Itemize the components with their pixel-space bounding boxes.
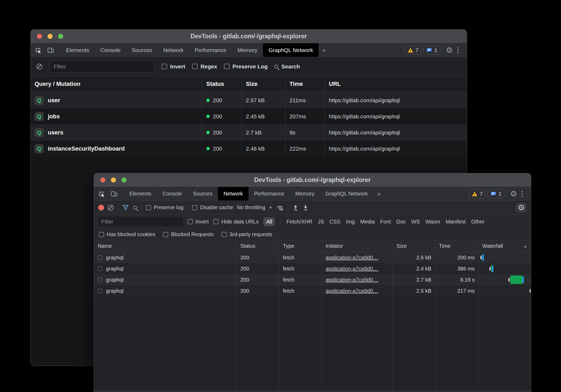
invert-checkbox[interactable] (188, 219, 193, 224)
preserve-log-option[interactable]: Preserve Log (224, 63, 268, 70)
regex-checkbox[interactable] (192, 64, 198, 69)
row-checkbox[interactable] (98, 267, 102, 271)
col-status[interactable]: Status (237, 240, 279, 252)
tab-memory[interactable]: Memory (290, 187, 320, 200)
request-row[interactable]: graphql 200 fetch application-a7ca9d0… 2… (94, 285, 531, 296)
type-filter-all[interactable]: All (263, 217, 275, 226)
type-filter-fetch-xhr[interactable]: Fetch/XHR (286, 219, 312, 225)
graphql-filter-input[interactable] (49, 60, 155, 73)
tab-sources[interactable]: Sources (188, 187, 218, 200)
warnings-badge[interactable]: 7 (405, 46, 422, 55)
kebab-menu-icon[interactable]: ⋮ (517, 190, 527, 198)
col-time[interactable]: Time (435, 240, 479, 252)
blocked-requests-option[interactable]: Blocked Requests (163, 231, 213, 237)
network-filter-input[interactable] (98, 217, 183, 226)
search-control[interactable]: Search (274, 63, 300, 70)
settings-gear-icon[interactable]: ⚙ (510, 190, 517, 198)
type-filter-js[interactable]: JS (318, 219, 324, 225)
search-network-icon[interactable] (133, 206, 137, 209)
type-filter-manifest[interactable]: Manifest (446, 219, 466, 225)
hide-data-urls-option[interactable]: Hide data URLs (213, 219, 259, 225)
blocked-requests-checkbox[interactable] (163, 232, 168, 237)
type-filter-ws[interactable]: WS (411, 219, 420, 225)
more-tabs-icon[interactable]: » (373, 187, 384, 200)
request-row[interactable]: graphql 200 fetch application-a7ca9d0… 2… (94, 252, 531, 263)
tab-graphql-network[interactable]: GraphQL Network (320, 187, 373, 200)
inspect-element-icon[interactable] (94, 187, 108, 200)
tab-memory[interactable]: Memory (232, 43, 263, 57)
table-row[interactable]: Q instanceSecurityDashboard 200 2.48 kB … (31, 141, 467, 157)
kebab-menu-icon[interactable]: ⋮ (453, 46, 463, 54)
device-toolbar-icon[interactable] (44, 43, 57, 57)
tab-performance[interactable]: Performance (249, 187, 290, 200)
preserve-log-checkbox[interactable] (224, 64, 230, 69)
col-query-mutation[interactable]: Query / Mutation (31, 76, 202, 92)
throttling-dropdown[interactable]: No throttling ▼ (237, 204, 273, 211)
table-row[interactable]: Q users 200 2.7 kB 9s https://gitlab.com… (31, 124, 467, 141)
invert-option[interactable]: Invert (188, 219, 209, 225)
col-status[interactable]: Status (202, 76, 242, 92)
disable-cache-option[interactable]: Disable cache (192, 204, 233, 211)
row-checkbox[interactable] (98, 278, 102, 282)
col-waterfall[interactable]: Waterfall ▲ (479, 240, 531, 252)
inspect-element-icon[interactable] (31, 43, 44, 57)
device-toolbar-icon[interactable] (108, 187, 120, 200)
col-initiator[interactable]: Initiator (322, 240, 393, 252)
import-har-icon[interactable] (292, 204, 299, 211)
tab-graphql-network[interactable]: GraphQL Network (263, 43, 319, 57)
tab-console[interactable]: Console (157, 187, 187, 200)
invert-option[interactable]: Invert (162, 63, 185, 70)
tab-elements[interactable]: Elements (124, 187, 157, 200)
request-row[interactable]: graphql 200 fetch application-a7ca9d0… 2… (94, 263, 531, 274)
clear-icon[interactable] (36, 64, 42, 69)
hide-data-urls-checkbox[interactable] (213, 219, 219, 224)
has-blocked-cookies-option[interactable]: Has blocked cookies (99, 231, 155, 237)
type-filter-wasm[interactable]: Wasm (425, 219, 440, 225)
initiator-link[interactable]: application-a7ca9d0… (326, 277, 378, 283)
tab-performance[interactable]: Performance (189, 43, 232, 57)
tab-console[interactable]: Console (95, 43, 126, 57)
type-filter-media[interactable]: Media (360, 219, 375, 225)
settings-gear-icon[interactable]: ⚙ (446, 46, 453, 54)
clear-network-log-icon[interactable] (108, 205, 114, 211)
third-party-requests-checkbox[interactable] (222, 232, 227, 237)
col-url[interactable]: URL (325, 76, 467, 92)
row-checkbox[interactable] (98, 255, 102, 260)
more-tabs-icon[interactable]: » (319, 43, 329, 57)
request-row[interactable]: graphql 200 fetch application-a7ca9d0… 2… (94, 274, 531, 285)
tab-elements[interactable]: Elements (60, 43, 95, 57)
col-type[interactable]: Type (279, 240, 322, 252)
regex-option[interactable]: Regex (192, 63, 217, 70)
type-filter-css[interactable]: CSS (330, 219, 340, 225)
network-settings-gear-icon[interactable]: ⚙ (516, 203, 527, 212)
third-party-requests-option[interactable]: 3rd-party requests (222, 231, 272, 237)
col-time[interactable]: Time (286, 76, 325, 92)
tab-network[interactable]: Network (218, 187, 248, 200)
network-conditions-icon[interactable] (276, 204, 284, 211)
type-filter-font[interactable]: Font (380, 219, 391, 225)
table-row[interactable]: Q jobs 200 2.45 kB 207ms https://gitlab.… (31, 108, 467, 124)
disable-cache-checkbox[interactable] (192, 205, 197, 210)
warnings-badge[interactable]: 7 (469, 189, 486, 198)
filter-funnel-icon[interactable] (122, 205, 129, 211)
row-checkbox[interactable] (98, 289, 102, 293)
record-network-log-button[interactable] (98, 205, 104, 211)
preserve-log-option[interactable]: Preserve log (146, 204, 183, 211)
type-filter-img[interactable]: Img (346, 219, 355, 225)
export-har-icon[interactable] (302, 204, 309, 211)
table-row[interactable]: Q user 200 2.57 kB 211ms https://gitlab.… (31, 92, 467, 108)
type-filter-doc[interactable]: Doc (396, 219, 406, 225)
has-blocked-cookies-checkbox[interactable] (99, 232, 104, 237)
col-name[interactable]: Name (94, 240, 237, 252)
invert-checkbox[interactable] (162, 64, 167, 69)
tab-network[interactable]: Network (158, 43, 189, 57)
messages-badge[interactable]: 1 (423, 46, 440, 55)
initiator-link[interactable]: application-a7ca9d0… (326, 255, 378, 261)
initiator-link[interactable]: application-a7ca9d0… (326, 288, 378, 294)
col-size[interactable]: Size (393, 240, 435, 252)
preserve-log-checkbox[interactable] (146, 205, 151, 210)
initiator-link[interactable]: application-a7ca9d0… (326, 266, 378, 272)
col-size[interactable]: Size (242, 76, 286, 92)
messages-badge[interactable]: 1 (488, 189, 504, 198)
tab-sources[interactable]: Sources (126, 43, 158, 57)
